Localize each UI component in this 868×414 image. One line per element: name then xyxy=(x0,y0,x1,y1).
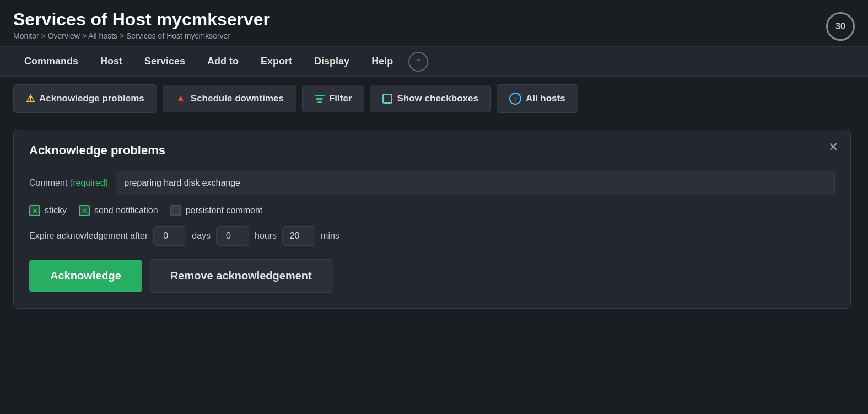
persistent-comment-label: persistent comment xyxy=(186,206,263,216)
arrow-circle-icon: ↑ xyxy=(509,93,521,105)
comment-input[interactable] xyxy=(116,171,835,195)
remove-acknowledgement-button[interactable]: Remove acknowledgement xyxy=(149,259,333,293)
filter-button[interactable]: Filter xyxy=(302,85,365,112)
top-bar: Services of Host mycmkserver Monitor > O… xyxy=(0,0,868,46)
sticky-checkbox[interactable]: ✕ xyxy=(29,205,40,216)
all-hosts-button[interactable]: ↑ All hosts xyxy=(497,84,578,113)
checkbox-icon xyxy=(382,94,392,104)
comment-label: Comment (required) xyxy=(29,178,108,188)
required-label: (required) xyxy=(70,178,108,187)
send-notification-checkbox-item[interactable]: ✕ send notification xyxy=(79,205,158,216)
nav-services[interactable]: Services xyxy=(133,47,196,76)
chevron-up-icon: ⌃ xyxy=(415,57,422,66)
days-label: days xyxy=(192,231,211,241)
show-checkboxes-button[interactable]: Show checkboxes xyxy=(370,85,490,112)
warning-icon xyxy=(26,93,35,105)
expire-label: Expire acknowledgement after xyxy=(29,231,148,241)
panel-title: Acknowledge problems xyxy=(29,143,835,158)
days-input[interactable] xyxy=(153,226,186,246)
filter-label: Filter xyxy=(329,93,352,104)
sticky-label: sticky xyxy=(45,206,67,216)
persistent-comment-checkbox-item[interactable]: persistent comment xyxy=(170,205,263,216)
nav-collapse-button[interactable]: ⌃ xyxy=(408,52,428,72)
show-checkboxes-label: Show checkboxes xyxy=(397,93,478,104)
persistent-comment-checkbox[interactable] xyxy=(170,205,181,216)
acknowledge-problems-label: Acknowledge problems xyxy=(39,93,144,104)
all-hosts-label: All hosts xyxy=(526,93,565,104)
checkboxes-row: ✕ sticky ✕ send notification persistent … xyxy=(29,205,835,216)
nav-commands[interactable]: Commands xyxy=(13,47,89,76)
buttons-row: Acknowledge Remove acknowledgement xyxy=(29,259,835,293)
expire-row: Expire acknowledgement after days hours … xyxy=(29,226,835,246)
nav-add-to[interactable]: Add to xyxy=(196,47,250,76)
main-content: Acknowledge problems ✕ Comment (required… xyxy=(0,121,868,318)
nav-host[interactable]: Host xyxy=(89,47,133,76)
hours-input[interactable] xyxy=(216,226,249,246)
action-bar: Acknowledge problems Schedule downtimes … xyxy=(0,77,868,121)
sticky-checkbox-item[interactable]: ✕ sticky xyxy=(29,205,67,216)
acknowledge-problems-button[interactable]: Acknowledge problems xyxy=(13,84,157,113)
acknowledge-button[interactable]: Acknowledge xyxy=(29,260,142,292)
nav-display[interactable]: Display xyxy=(303,47,360,76)
mins-input[interactable] xyxy=(282,226,315,246)
mins-label: mins xyxy=(321,231,339,241)
hours-label: hours xyxy=(255,231,277,241)
nav-help[interactable]: Help xyxy=(360,47,404,76)
send-notification-checkbox[interactable]: ✕ xyxy=(79,205,90,216)
acknowledge-panel: Acknowledge problems ✕ Comment (required… xyxy=(13,130,851,309)
send-notification-label: send notification xyxy=(94,206,158,216)
nav-bar: Commands Host Services Add to Export Dis… xyxy=(0,46,868,77)
filter-icon xyxy=(315,95,325,103)
schedule-downtimes-label: Schedule downtimes xyxy=(191,93,284,104)
comment-row: Comment (required) xyxy=(29,171,835,195)
nav-export[interactable]: Export xyxy=(250,47,303,76)
timer-circle: 30 xyxy=(826,12,855,41)
close-button[interactable]: ✕ xyxy=(828,141,838,153)
schedule-downtimes-button[interactable]: Schedule downtimes xyxy=(163,85,296,112)
page-title: Services of Host mycmkserver xyxy=(13,10,270,29)
title-section: Services of Host mycmkserver Monitor > O… xyxy=(13,10,270,40)
breadcrumb: Monitor > Overview > All hosts > Service… xyxy=(13,31,270,40)
cone-icon xyxy=(175,93,186,104)
